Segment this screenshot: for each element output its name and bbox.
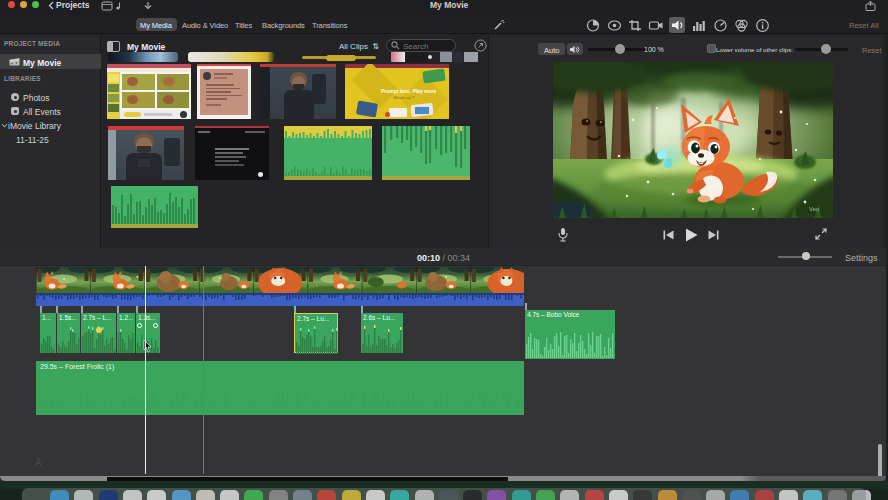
svg-text:Veo: Veo (809, 206, 820, 212)
